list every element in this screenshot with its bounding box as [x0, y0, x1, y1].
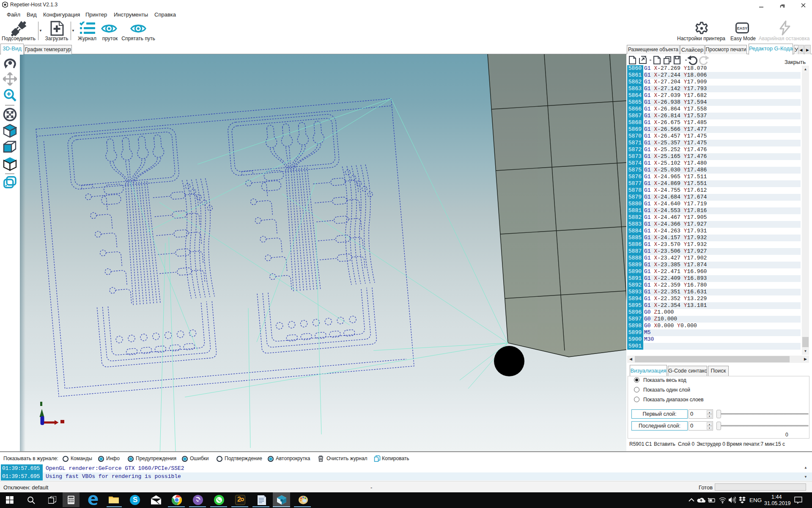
- svg-text:EASY: EASY: [737, 26, 748, 30]
